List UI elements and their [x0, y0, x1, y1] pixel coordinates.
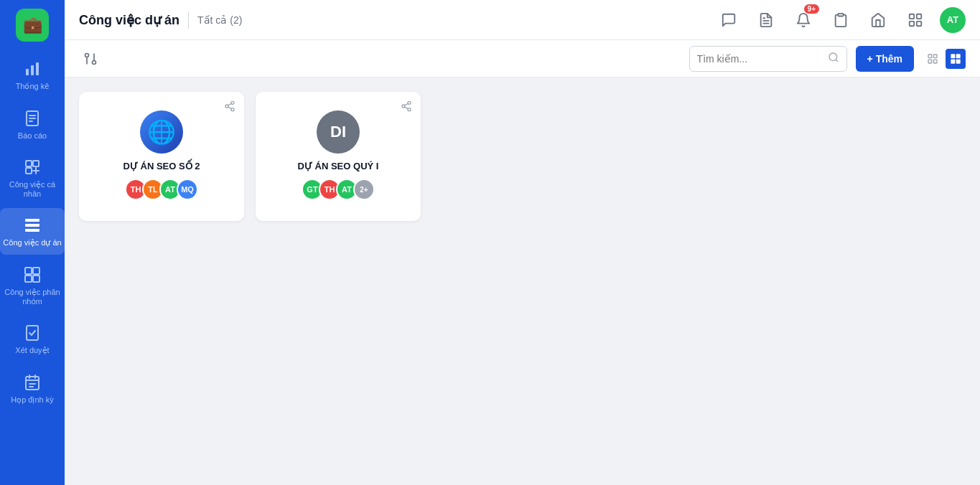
sidebar-item-bao-cao[interactable]: Báo cáo	[0, 101, 65, 147]
meeting-icon	[22, 372, 42, 392]
svg-rect-17	[25, 276, 32, 282]
chart-icon	[22, 59, 42, 79]
svg-point-49	[231, 108, 234, 111]
svg-rect-46	[956, 59, 961, 63]
svg-line-38	[836, 60, 838, 62]
page-title: Công việc dự án	[79, 12, 179, 28]
svg-rect-14	[25, 229, 39, 232]
svg-point-54	[408, 108, 411, 111]
task-button[interactable]	[828, 7, 854, 33]
projects-grid: 🌐 DỰ ÁN SEO SỐ 2 TH TL AT MQ DI	[65, 77, 980, 485]
project-icon	[22, 215, 42, 235]
view-toggle	[923, 49, 966, 69]
document-button[interactable]	[753, 7, 779, 33]
sidebar-item-label: Công việc phân nhóm	[3, 288, 62, 306]
svg-rect-16	[33, 268, 39, 274]
personal-icon	[22, 157, 42, 177]
svg-rect-12	[25, 219, 39, 222]
project-members-2: GT TH AT 2+	[302, 179, 375, 200]
grid-view-button[interactable]	[946, 49, 966, 69]
project-card-1[interactable]: 🌐 DỰ ÁN SEO SỐ 2 TH TL AT MQ	[79, 92, 244, 221]
project-card-2[interactable]: DI DỰ ÁN SEO QUÝ I GT TH AT 2+	[256, 92, 421, 221]
svg-line-55	[405, 107, 409, 109]
grid-button[interactable]	[902, 7, 928, 33]
svg-point-48	[225, 105, 228, 108]
group-icon	[22, 265, 42, 285]
svg-rect-7	[26, 161, 32, 166]
svg-rect-2	[36, 62, 39, 75]
svg-rect-8	[33, 161, 39, 166]
sidebar-item-xet-duyet[interactable]: Xét duyệt	[0, 316, 65, 362]
project-title-1: DỰ ÁN SEO SỐ 2	[123, 161, 200, 171]
sidebar-item-label: Báo cáo	[18, 131, 47, 140]
svg-rect-30	[917, 14, 921, 18]
header-divider	[188, 11, 189, 29]
svg-rect-42	[933, 60, 937, 63]
list-view-button[interactable]	[923, 49, 943, 69]
svg-line-50	[228, 107, 232, 109]
sidebar-item-label: Công việc dự án	[3, 238, 61, 248]
svg-rect-45	[951, 59, 955, 63]
svg-line-56	[405, 103, 409, 105]
project-avatar-1: 🌐	[140, 110, 183, 154]
svg-rect-9	[26, 168, 32, 174]
logo-icon: 💼	[16, 9, 49, 42]
share-button-1[interactable]	[224, 100, 235, 115]
svg-line-51	[228, 103, 232, 105]
share-button-2[interactable]	[401, 100, 412, 115]
svg-point-34	[93, 60, 96, 64]
svg-point-37	[829, 53, 837, 61]
sidebar-item-label: Thống kê	[16, 82, 50, 91]
member-avatar: MQ	[177, 179, 198, 200]
sidebar-item-label: Xét duyệt	[15, 346, 49, 355]
sidebar-item-label: Họp định kỳ	[11, 395, 54, 405]
svg-rect-0	[26, 69, 29, 75]
header-subtitle: Tất cả (2)	[197, 14, 242, 26]
svg-rect-28	[838, 13, 843, 16]
svg-rect-41	[928, 60, 932, 63]
approve-icon	[22, 323, 42, 343]
search-icon	[828, 52, 839, 66]
sidebar-item-label: Công việc cá nhân	[3, 180, 62, 198]
main-content: Công việc dự án Tất cả (2)	[65, 0, 980, 485]
svg-point-47	[231, 101, 234, 104]
svg-rect-43	[951, 54, 955, 58]
sidebar-item-hop-dinh-ky[interactable]: Họp định kỳ	[0, 365, 65, 412]
sidebar-item-du-an[interactable]: Công việc dự án	[0, 208, 65, 255]
svg-rect-29	[910, 14, 914, 18]
sidebar-item-ca-nhan[interactable]: Công việc cá nhân	[0, 150, 65, 205]
header-icons: 9+	[716, 7, 966, 33]
sidebar: 💼 Thống kê Báo cáo	[0, 0, 65, 485]
search-input[interactable]	[697, 53, 822, 65]
filter-button[interactable]	[79, 47, 102, 70]
project-avatar-2: DI	[317, 110, 360, 154]
search-box	[689, 46, 847, 72]
svg-rect-40	[933, 55, 937, 58]
chat-button[interactable]	[716, 7, 742, 33]
svg-point-33	[85, 53, 89, 57]
user-avatar[interactable]: AT	[940, 7, 966, 33]
notification-badge: 9+	[804, 4, 819, 14]
header: Công việc dự án Tất cả (2)	[65, 0, 980, 40]
svg-rect-44	[956, 54, 961, 58]
toolbar: + Thêm	[65, 40, 980, 77]
svg-rect-31	[910, 21, 914, 25]
project-members-1: TH TL AT MQ	[125, 179, 198, 200]
project-title-2: DỰ ÁN SEO QUÝ I	[298, 161, 379, 171]
svg-rect-18	[33, 276, 39, 282]
svg-point-52	[408, 101, 411, 104]
svg-point-53	[402, 105, 405, 108]
home-button[interactable]	[865, 7, 891, 33]
add-button[interactable]: + Thêm	[856, 46, 914, 72]
svg-rect-13	[25, 224, 39, 227]
notification-button[interactable]: 9+	[790, 7, 816, 33]
report-icon	[22, 108, 42, 128]
sidebar-item-phan-nhom[interactable]: Công việc phân nhóm	[0, 258, 65, 313]
sidebar-item-thong-ke[interactable]: Thống kê	[0, 52, 65, 98]
svg-rect-19	[27, 326, 38, 340]
sidebar-logo: 💼	[0, 0, 65, 50]
svg-rect-32	[917, 21, 921, 25]
svg-rect-1	[31, 65, 34, 75]
member-more-avatar: 2+	[353, 179, 375, 200]
svg-rect-39	[928, 55, 932, 58]
